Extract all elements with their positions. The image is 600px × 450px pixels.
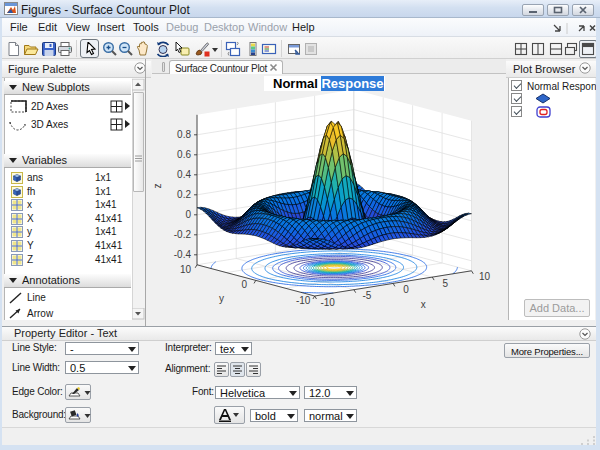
svg-text:y: y	[219, 293, 224, 304]
svg-text:x: x	[421, 299, 426, 310]
svg-text:0: 0	[403, 284, 409, 295]
svg-text:0: 0	[242, 279, 248, 290]
svg-text:-0.4: -0.4	[174, 249, 192, 260]
svg-text:0: 0	[185, 209, 191, 220]
svg-text:5: 5	[443, 278, 449, 289]
svg-text:-10: -10	[320, 297, 335, 308]
svg-text:0.4: 0.4	[177, 169, 191, 180]
svg-text:0.6: 0.6	[177, 149, 191, 160]
svg-text:z: z	[152, 184, 163, 189]
svg-text:10: 10	[479, 271, 491, 282]
svg-text:-0.2: -0.2	[174, 229, 192, 240]
svg-text:-10: -10	[296, 295, 311, 306]
svg-text:0.8: 0.8	[177, 129, 191, 140]
svg-text:-5: -5	[362, 290, 371, 301]
svg-text:10: 10	[180, 264, 192, 275]
svg-text:0.2: 0.2	[177, 189, 191, 200]
